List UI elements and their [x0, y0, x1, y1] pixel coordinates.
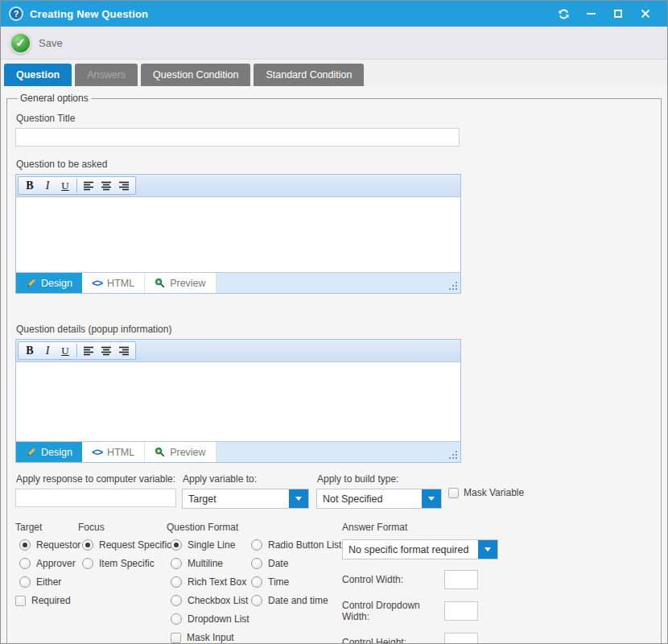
radio-multiline[interactable]: Multiline	[171, 558, 247, 569]
radio-date-and-time[interactable]: Date and time	[251, 595, 342, 606]
radio-approver[interactable]: Approver	[19, 558, 78, 569]
control-dropdown-width-label: Control Dropdown Width:	[342, 600, 444, 622]
italic-button[interactable]: I	[39, 178, 56, 193]
preview-tab[interactable]: Preview	[145, 442, 216, 462]
question-editor-body[interactable]	[16, 196, 460, 273]
apply-variable-to-label: Apply variable to:	[183, 473, 309, 485]
design-tab[interactable]: Design	[16, 273, 82, 293]
checkbox-icon	[171, 633, 181, 643]
html-tab[interactable]: <> HTML	[82, 273, 145, 293]
mask-input-checkbox[interactable]: Mask Input	[171, 632, 247, 643]
bold-button[interactable]: B	[21, 178, 39, 193]
tab-question-condition[interactable]: Question Condition	[141, 64, 250, 86]
target-group: Target Requestor Approver Either	[15, 522, 78, 644]
underline-icon: U	[61, 345, 68, 357]
editor-toolbar: B I U	[16, 175, 460, 196]
checkbox-icon	[448, 488, 459, 498]
window-controls	[550, 3, 659, 24]
radio-dropdown-list[interactable]: Dropdown List	[171, 613, 247, 625]
save-button[interactable]: ✓ Save	[8, 31, 68, 56]
align-right-button[interactable]	[115, 343, 133, 358]
control-width-label: Control Width:	[342, 574, 444, 585]
italic-button[interactable]: I	[39, 343, 56, 358]
radio-icon	[82, 558, 93, 569]
checkbox-icon	[15, 596, 26, 606]
align-center-button[interactable]	[97, 343, 115, 358]
radio-either[interactable]: Either	[19, 576, 78, 588]
code-icon: <>	[92, 277, 102, 289]
apply-variable-to-select[interactable]: Target	[182, 489, 309, 509]
tab-content: General options Question Title Question …	[1, 86, 667, 644]
save-label: Save	[39, 37, 63, 49]
response-variable-input[interactable]	[15, 489, 176, 507]
tab-standard-condition[interactable]: Standard Condition	[254, 64, 364, 86]
resize-grip[interactable]	[447, 280, 459, 291]
radio-icon	[171, 558, 182, 569]
radio-radio-button-list[interactable]: Radio Button List	[251, 539, 342, 551]
maximize-button[interactable]	[604, 3, 632, 24]
align-left-button[interactable]	[80, 178, 97, 193]
html-tab[interactable]: <> HTML	[82, 442, 145, 462]
question-format-group: Question Format Single Line Multiline	[167, 522, 342, 644]
preview-tab-label: Preview	[170, 278, 205, 289]
pencil-icon	[26, 278, 36, 288]
control-width-input[interactable]	[444, 570, 478, 589]
radio-icon	[19, 539, 31, 551]
radio-checkbox-list[interactable]: Checkbox List	[171, 595, 247, 606]
tab-answers: Answers	[75, 64, 138, 86]
chevron-down-icon	[422, 489, 441, 508]
radio-icon	[251, 595, 262, 606]
radio-single-line[interactable]: Single Line	[171, 539, 247, 551]
radio-rich-text-box[interactable]: Rich Text Box	[171, 576, 247, 588]
radio-icon	[171, 613, 182, 625]
chevron-down-icon	[478, 540, 497, 559]
details-editor-body[interactable]	[16, 361, 460, 442]
bold-button[interactable]: B	[21, 343, 39, 358]
help-icon[interactable]: ?	[9, 6, 23, 21]
control-height-input[interactable]	[444, 633, 478, 644]
required-checkbox[interactable]: Required	[15, 595, 78, 606]
minimize-button[interactable]	[577, 3, 604, 24]
response-variable-label: Apply response to computer variable:	[16, 473, 176, 485]
window-title: Creating New Question	[30, 8, 148, 20]
radio-date[interactable]: Date	[251, 558, 342, 569]
italic-icon: I	[46, 180, 50, 192]
editor-mode-bar: Design <> HTML Preview	[16, 273, 460, 293]
resize-grip[interactable]	[447, 449, 459, 460]
check-glyph: ✓	[15, 35, 26, 50]
question-title-input[interactable]	[15, 128, 460, 147]
radio-request-specific[interactable]: Request Specific	[82, 539, 167, 551]
radio-item-specific[interactable]: Item Specific	[82, 558, 167, 569]
details-richtext-editor: B I U	[15, 339, 461, 463]
code-icon: <>	[92, 446, 102, 458]
align-left-button[interactable]	[80, 343, 97, 358]
close-icon	[641, 9, 650, 19]
tab-question[interactable]: Question	[4, 64, 72, 86]
align-right-button[interactable]	[115, 178, 133, 193]
target-group-label: Target	[15, 522, 78, 533]
title-bar: ? Creating New Question	[1, 1, 667, 27]
underline-button[interactable]: U	[56, 178, 74, 193]
radio-icon	[19, 558, 31, 569]
radio-time[interactable]: Time	[251, 576, 342, 588]
build-type-select[interactable]: Not Specified	[316, 489, 442, 509]
design-tab-label: Design	[41, 447, 72, 458]
refresh-icon[interactable]	[550, 3, 577, 24]
radio-requestor[interactable]: Requestor	[19, 539, 78, 551]
underline-button[interactable]: U	[56, 343, 74, 358]
mask-variable-checkbox[interactable]: Mask Variable	[448, 487, 524, 498]
radio-icon	[19, 576, 31, 588]
preview-tab[interactable]: Preview	[145, 273, 216, 293]
design-tab-label: Design	[41, 278, 72, 289]
response-variable-field: Apply response to computer variable:	[15, 473, 176, 507]
align-center-button[interactable]	[97, 178, 115, 193]
control-dropdown-width-input[interactable]	[444, 601, 478, 621]
creating-new-question-dialog: ? Creating New Question ✓ Save	[0, 0, 668, 644]
mask-variable-label: Mask Variable	[464, 487, 524, 498]
answer-format-select[interactable]: No specific format required	[342, 539, 498, 559]
close-button[interactable]	[632, 3, 659, 24]
editor-mode-bar: Design <> HTML Preview	[16, 442, 460, 462]
underline-icon: U	[61, 180, 68, 192]
align-center-icon	[101, 346, 112, 356]
design-tab[interactable]: Design	[16, 442, 82, 462]
